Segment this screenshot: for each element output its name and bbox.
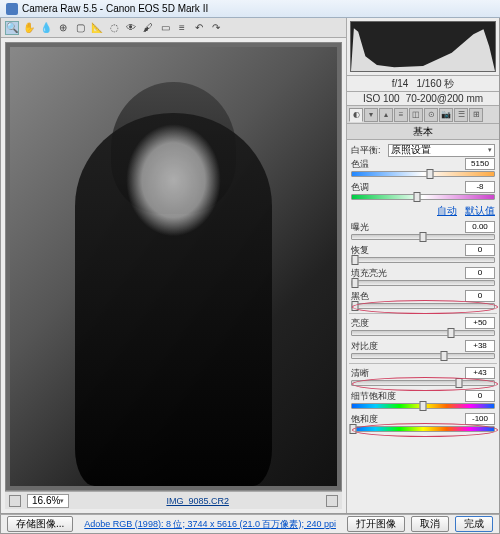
open-image-button[interactable]: 打开图像	[347, 516, 405, 532]
slider-fill-thumb[interactable]	[351, 278, 358, 288]
filename-label: IMG_9085.CR2	[75, 496, 320, 506]
cancel-button[interactable]: 取消	[411, 516, 449, 532]
zoom-tool-icon[interactable]: 🔍	[5, 21, 19, 35]
slider-temp-thumb[interactable]	[427, 169, 434, 179]
slider-bright-track[interactable]	[351, 330, 495, 336]
slider-bright-label: 亮度	[351, 317, 369, 330]
slider-clarity-value[interactable]: +43	[465, 367, 495, 379]
slider-clarity-label: 清晰	[351, 367, 369, 380]
slider-saturation-track[interactable]	[351, 426, 495, 432]
slider-vibrance-track[interactable]	[351, 403, 495, 409]
slider-tint-label: 色调	[351, 181, 369, 194]
image-preview[interactable]	[5, 42, 342, 491]
tab-curve[interactable]: ▾	[364, 108, 378, 122]
app-name: Camera Raw 5.5	[22, 3, 97, 14]
photo-content	[10, 47, 337, 486]
basic-panel: 白平衡: 原照设置▾ 色温 5150 色调 -8 自动 默认值 曝光 0.00 …	[347, 140, 499, 513]
slider-fill: 填充亮光 0	[351, 267, 495, 286]
slider-black-thumb[interactable]	[351, 301, 358, 311]
zoom-select[interactable]: 16.6%▾	[27, 494, 69, 508]
brush-icon[interactable]: 🖌	[141, 21, 155, 35]
histogram[interactable]	[350, 21, 496, 72]
slider-bright-value[interactable]: +50	[465, 317, 495, 329]
slider-clarity: 清晰 +43	[351, 367, 495, 386]
panel-title: 基本	[347, 124, 499, 140]
tab-split[interactable]: ◫	[409, 108, 423, 122]
slider-contrast: 对比度 +38	[351, 340, 495, 359]
slider-vibrance: 细节饱和度 0	[351, 390, 495, 409]
preview-toggle[interactable]	[326, 495, 338, 507]
panel-tabs: ◐ ▾ ▴ ≡ ◫ ⊙ 📷 ☰ ⊞	[347, 106, 499, 124]
slider-temp: 色温 5150	[351, 158, 495, 177]
slider-recovery-track[interactable]	[351, 257, 495, 263]
slider-clarity-track[interactable]	[351, 380, 495, 386]
slider-recovery: 恢复 0	[351, 244, 495, 263]
done-button[interactable]: 完成	[455, 516, 493, 532]
slider-exposure-label: 曝光	[351, 221, 369, 234]
slider-exposure: 曝光 0.00	[351, 221, 495, 240]
slider-tint-track[interactable]	[351, 194, 495, 200]
exif-row-1: f/14 1/160 秒	[347, 76, 499, 92]
redeye-icon[interactable]: 👁	[124, 21, 138, 35]
slider-vibrance-value[interactable]: 0	[465, 390, 495, 402]
slider-fill-value[interactable]: 0	[465, 267, 495, 279]
crop-icon[interactable]: ▢	[73, 21, 87, 35]
zoom-out-button[interactable]	[9, 495, 21, 507]
eyedropper-icon[interactable]: 💧	[39, 21, 53, 35]
slider-clarity-thumb[interactable]	[455, 378, 462, 388]
slider-contrast-track[interactable]	[351, 353, 495, 359]
rotate-ccw-icon[interactable]: ↶	[192, 21, 206, 35]
gradient-icon[interactable]: ▭	[158, 21, 172, 35]
save-image-button[interactable]: 存储图像...	[7, 516, 73, 532]
tab-lens[interactable]: ⊙	[424, 108, 438, 122]
tab-camera[interactable]: 📷	[439, 108, 453, 122]
sampler-icon[interactable]: ⊕	[56, 21, 70, 35]
slider-vibrance-label: 细节饱和度	[351, 390, 396, 403]
slider-tint-value[interactable]: -8	[465, 181, 495, 193]
slider-black-value[interactable]: 0	[465, 290, 495, 302]
slider-exposure-value[interactable]: 0.00	[465, 221, 495, 233]
tab-snapshot[interactable]: ⊞	[469, 108, 483, 122]
slider-tint-thumb[interactable]	[414, 192, 421, 202]
app-icon	[6, 3, 18, 15]
tab-preset[interactable]: ☰	[454, 108, 468, 122]
slider-saturation-value[interactable]: -100	[465, 413, 495, 425]
slider-black-track[interactable]	[351, 303, 495, 309]
workflow-link[interactable]: Adobe RGB (1998): 8 位; 3744 x 5616 (21.0…	[79, 518, 341, 531]
exif-row-2: ISO 100 70-200@200 mm	[347, 92, 499, 106]
slider-bright: 亮度 +50	[351, 317, 495, 336]
spot-icon[interactable]: ◌	[107, 21, 121, 35]
slider-recovery-value[interactable]: 0	[465, 244, 495, 256]
wb-select[interactable]: 原照设置▾	[388, 144, 495, 157]
slider-exposure-track[interactable]	[351, 234, 495, 240]
slider-fill-track[interactable]	[351, 280, 495, 286]
slider-exposure-thumb[interactable]	[420, 232, 427, 242]
slider-recovery-thumb[interactable]	[351, 255, 358, 265]
slider-contrast-thumb[interactable]	[441, 351, 448, 361]
prefs-icon[interactable]: ≡	[175, 21, 189, 35]
device-name: Canon EOS 5D Mark II	[106, 3, 208, 14]
slider-bright-thumb[interactable]	[448, 328, 455, 338]
window-title: Camera Raw 5.5 - Canon EOS 5D Mark II	[22, 3, 208, 14]
tab-hsl[interactable]: ≡	[394, 108, 408, 122]
default-link[interactable]: 默认值	[465, 204, 495, 218]
tab-basic[interactable]: ◐	[349, 108, 363, 122]
rotate-cw-icon[interactable]: ↷	[209, 21, 223, 35]
slider-temp-track[interactable]	[351, 171, 495, 177]
slider-contrast-value[interactable]: +38	[465, 340, 495, 352]
slider-contrast-label: 对比度	[351, 340, 378, 353]
straighten-icon[interactable]: 📐	[90, 21, 104, 35]
wb-label: 白平衡:	[351, 144, 385, 157]
slider-saturation-thumb[interactable]	[350, 424, 357, 434]
slider-tint: 色调 -8	[351, 181, 495, 200]
hand-tool-icon[interactable]: ✋	[22, 21, 36, 35]
auto-link[interactable]: 自动	[437, 204, 457, 218]
tab-detail[interactable]: ▴	[379, 108, 393, 122]
slider-saturation: 饱和度 -100	[351, 413, 495, 432]
slider-temp-value[interactable]: 5150	[465, 158, 495, 170]
slider-black: 黑色 0	[351, 290, 495, 309]
tool-toolbar: 🔍 ✋ 💧 ⊕ ▢ 📐 ◌ 👁 🖌 ▭ ≡ ↶ ↷	[1, 18, 346, 38]
slider-vibrance-thumb[interactable]	[420, 401, 427, 411]
slider-temp-label: 色温	[351, 158, 369, 171]
